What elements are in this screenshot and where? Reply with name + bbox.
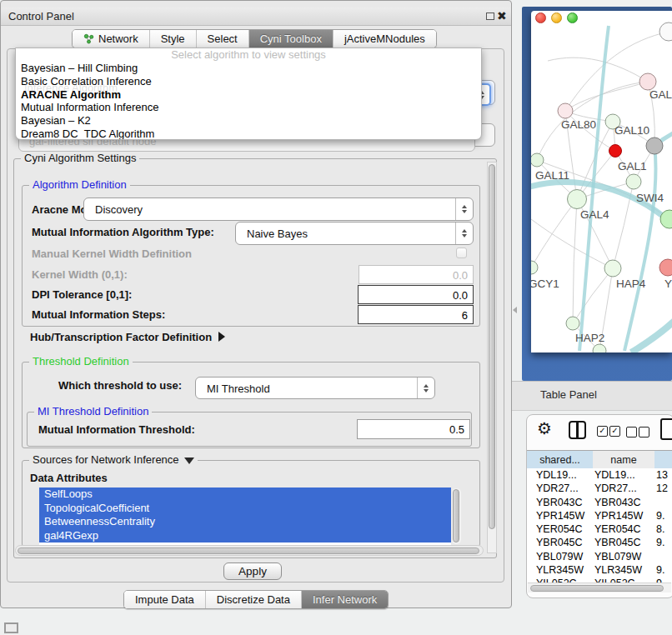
data-attribute-item[interactable]: SelfLoops bbox=[39, 488, 451, 502]
algorithm-option[interactable]: Bayesian – K2 bbox=[16, 114, 481, 128]
close-icon[interactable]: ✖ bbox=[497, 9, 507, 22]
column-header-name[interactable]: name bbox=[593, 450, 655, 470]
network-node-gal80[interactable] bbox=[558, 103, 573, 118]
network-edge[interactable] bbox=[548, 58, 648, 82]
aracne-mode-combobox[interactable]: Discovery bbox=[83, 198, 474, 221]
network-node-gal1[interactable] bbox=[609, 145, 622, 158]
settings-horizontal-scrollbar[interactable] bbox=[15, 545, 484, 556]
select-all-check-icon[interactable]: ✓ bbox=[597, 426, 608, 437]
algorithm-option[interactable]: Bayesian – Hill Climbing bbox=[16, 62, 481, 75]
table-cell: YIL052C bbox=[593, 577, 654, 582]
network-node-partial-top[interactable] bbox=[659, 22, 672, 41]
network-edge[interactable] bbox=[531, 199, 577, 268]
network-node-gray-node[interactable] bbox=[646, 138, 663, 154]
float-window-icon[interactable] bbox=[486, 12, 494, 20]
settings-group-title: Cyni Algorithm Settings bbox=[21, 152, 139, 164]
dpi-tolerance-field[interactable]: 0.0 bbox=[358, 285, 474, 304]
network-node-pink-top[interactable] bbox=[639, 73, 656, 90]
expand-right-icon[interactable] bbox=[218, 332, 225, 342]
kernel-width-label: Kernel Width (0,1): bbox=[32, 268, 128, 282]
network-node-swi4[interactable] bbox=[626, 174, 641, 189]
scrollbar-thumb[interactable] bbox=[453, 489, 459, 542]
mi-algorithm-type-combobox[interactable]: Naive Bayes bbox=[235, 222, 474, 245]
window-title: Control Panel bbox=[8, 10, 74, 22]
deselect-box-icon[interactable] bbox=[626, 427, 637, 438]
table-row[interactable]: YLR345WYLR345W9. bbox=[527, 563, 672, 577]
attributes-list-scrollbar[interactable] bbox=[452, 488, 461, 544]
which-threshold-combobox[interactable]: MI Threshold bbox=[195, 377, 435, 399]
data-attribute-item[interactable]: gal4RGexp bbox=[39, 529, 451, 543]
control-panel-tabs: Network Style Select Cyni Toolbox jActiv… bbox=[72, 29, 437, 48]
tab-cyni-toolbox[interactable]: Cyni Toolbox bbox=[248, 30, 333, 48]
table-row[interactable]: YIL052CYIL052C9. bbox=[527, 577, 672, 582]
tab-impute-data[interactable]: Impute Data bbox=[124, 591, 205, 608]
collapsed-panel-icon[interactable] bbox=[4, 622, 18, 633]
panel-splitter-handle[interactable] bbox=[513, 307, 517, 313]
table-row[interactable]: YBR045CYBR045C9. bbox=[527, 536, 672, 549]
network-edge[interactable] bbox=[565, 82, 648, 111]
kernel-width-field[interactable]: 0.0 bbox=[359, 265, 474, 284]
split-columns-icon[interactable] bbox=[569, 421, 586, 439]
table-cell: YLR345W bbox=[593, 563, 654, 577]
table-row[interactable]: YER054CYER054C8. bbox=[527, 522, 672, 536]
scrollbar-thumb[interactable] bbox=[489, 164, 495, 529]
table-row[interactable]: YBL079WYBL079W bbox=[527, 550, 672, 563]
data-attribute-item[interactable]: TopologicalCoefficient bbox=[39, 502, 451, 516]
network-node-gal4[interactable] bbox=[568, 190, 587, 209]
column-header-partial[interactable] bbox=[654, 450, 672, 470]
tab-infer-network[interactable]: Infer Network bbox=[301, 591, 388, 608]
settings-vertical-scrollbar[interactable] bbox=[487, 162, 497, 553]
network-node-gal11[interactable] bbox=[531, 153, 544, 167]
hub-section-toggle[interactable]: Hub/Transcription Factor Definition bbox=[30, 331, 225, 344]
mi-steps-field[interactable]: 6 bbox=[358, 305, 474, 324]
network-canvas[interactable]: GALGAL80GAL10GAL1SWI4GAL11GAL4GCY1HAP4YH… bbox=[531, 11, 672, 352]
manual-kernel-checkbox[interactable] bbox=[456, 248, 467, 258]
scrollbar-thumb[interactable] bbox=[530, 585, 664, 592]
network-node-bottom-cut[interactable] bbox=[593, 344, 606, 352]
combobox-spinner-icon[interactable] bbox=[455, 222, 473, 244]
sources-group-title[interactable]: Sources for Network Inference bbox=[29, 453, 198, 466]
network-node-gcy1[interactable] bbox=[531, 261, 538, 274]
mi-threshold-field[interactable]: 0.5 bbox=[357, 419, 470, 439]
network-node-label: GAL1 bbox=[618, 160, 647, 172]
algorithm-option[interactable]: Dream8 DC_TDC Algorithm bbox=[16, 128, 481, 140]
combobox-spinner-icon[interactable] bbox=[455, 198, 473, 220]
table-horizontal-scrollbar[interactable] bbox=[528, 582, 671, 592]
network-node-label: SWI4 bbox=[636, 192, 664, 204]
control-panel-titlebar[interactable] bbox=[1, 8, 511, 26]
table-row[interactable]: YDL19...YDL19...13 bbox=[527, 468, 672, 482]
network-node-salmon-right[interactable] bbox=[659, 259, 672, 276]
tab-select[interactable]: Select bbox=[196, 30, 248, 48]
combobox-spinner-icon[interactable] bbox=[417, 378, 434, 398]
gear-icon[interactable]: ⚙ bbox=[537, 420, 552, 437]
data-attributes-list[interactable]: SelfLoopsTopologicalCoefficientBetweenne… bbox=[39, 488, 451, 545]
network-node-hap2[interactable] bbox=[566, 317, 579, 330]
column-header-shared-name[interactable]: shared... bbox=[527, 450, 594, 470]
table-cell: YBR043C bbox=[527, 496, 593, 509]
network-edge[interactable] bbox=[631, 321, 672, 352]
tab-network[interactable]: Network bbox=[73, 30, 149, 48]
table-row[interactable]: YPR145WYPR145W9. bbox=[527, 509, 672, 522]
network-edge[interactable] bbox=[573, 268, 613, 323]
algorithm-option[interactable]: Mutual Information Inference bbox=[16, 101, 481, 114]
network-node-hap4[interactable] bbox=[604, 260, 621, 277]
file-icon-partial[interactable] bbox=[660, 418, 672, 440]
scrollbar-thumb[interactable] bbox=[18, 548, 479, 554]
collapse-down-icon[interactable] bbox=[184, 458, 194, 464]
tab-jactivemnodules[interactable]: jActiveMNodules bbox=[333, 30, 436, 48]
table-row[interactable]: YDR27...YDR27...12 bbox=[527, 482, 672, 495]
mi-algorithm-type-value: Naive Bayes bbox=[247, 228, 308, 240]
select-all-check-icon-2[interactable]: ✓ bbox=[609, 426, 620, 437]
tab-infer-network-label: Infer Network bbox=[313, 591, 377, 609]
deselect-box-icon-2[interactable] bbox=[639, 427, 649, 438]
network-node-label: GAL4 bbox=[580, 208, 609, 221]
tab-discretize-data[interactable]: Discretize Data bbox=[205, 591, 301, 608]
tab-style[interactable]: Style bbox=[149, 30, 196, 48]
table-row[interactable]: YBR043CYBR043C bbox=[527, 496, 672, 509]
algorithm-option[interactable]: ARACNE Algorithm bbox=[16, 88, 481, 102]
network-edge[interactable] bbox=[573, 199, 577, 323]
tab-network-label: Network bbox=[98, 30, 138, 48]
apply-button[interactable]: Apply bbox=[223, 562, 282, 580]
algorithm-option[interactable]: Basic Correlation Inference bbox=[16, 75, 481, 88]
data-attribute-item[interactable]: BetweennessCentrality bbox=[39, 515, 451, 529]
